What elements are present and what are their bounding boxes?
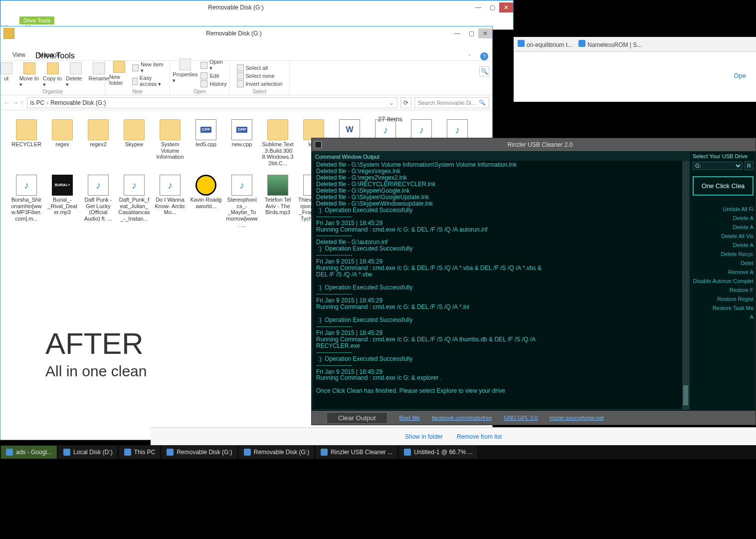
close-button[interactable]: ✕ (478, 28, 492, 38)
select-drive-label: Select Your USB Drive (693, 153, 754, 159)
edit-button[interactable]: Edit (200, 72, 226, 80)
file-label: System Volume Information (154, 141, 186, 160)
file-item[interactable]: Do I Wanna Know- Arctic Mo... (154, 175, 186, 228)
rinzler-action-link[interactable]: Restore F (693, 285, 754, 294)
file-item[interactable]: regex (46, 119, 78, 173)
file-item[interactable]: Burial_-_Rival_Dealer.mp3 (46, 175, 78, 228)
file-item[interactable]: Kavin Roadg aworld... (190, 175, 222, 228)
rinzler-action-link[interactable]: Remove A (693, 268, 754, 276)
img-icon (267, 175, 288, 196)
rinzler-action-link[interactable]: Delete A (693, 223, 754, 232)
group-label: New (132, 89, 142, 94)
file-item[interactable]: Daft Punk - Get Lucky (Official Audio) f… (82, 175, 114, 228)
rinzler-action-link[interactable]: A (693, 312, 754, 321)
file-item[interactable]: RECYCLER (10, 119, 42, 173)
folder-icon (88, 119, 109, 140)
rinzler-action-link[interactable]: Delete All Vis (693, 232, 754, 241)
taskbar-item[interactable]: Untitled-1 @ 66.7% ... (399, 446, 478, 459)
rinzler-action-link[interactable]: Restore Regist (693, 294, 754, 303)
mp3-icon (16, 175, 37, 196)
file-item[interactable]: Telefon Tel Aviv - The Birds.mp3 (262, 175, 294, 228)
command-output[interactable]: Deleted file - G:\System Volume Informat… (313, 161, 689, 409)
history-button[interactable]: History (200, 80, 226, 88)
beer-me-link[interactable]: Beer Me (399, 415, 420, 421)
scrollbar[interactable] (682, 161, 689, 409)
refresh-button[interactable]: ⟳ (400, 97, 411, 108)
close-button[interactable]: ✕ (499, 2, 513, 12)
nav-forward-icon[interactable]: → (12, 99, 18, 106)
open-link[interactable]: Ope (734, 72, 746, 79)
clear-output-button[interactable]: Clear Output (327, 412, 387, 424)
file-item[interactable]: led5.cpp (190, 119, 222, 173)
drive-tools-context-tab[interactable]: Drive Tools (28, 40, 75, 60)
sourceforge-link[interactable]: rinzler.sourceforge.net (550, 415, 604, 421)
drive-select[interactable]: G: (693, 162, 743, 170)
browser-tab[interactable]: NamelessROM | S... (578, 40, 642, 48)
rinzler-action-link[interactable]: Delete A (693, 214, 754, 223)
taskbar-item[interactable]: ads - Googl... (1, 446, 57, 459)
copy-to-button[interactable]: Copy to ▾ (43, 62, 63, 88)
easy-access-button[interactable]: Easy access ▾ (132, 74, 166, 88)
gpl-link[interactable]: GNU GPL 3.0 (504, 415, 538, 421)
file-item[interactable]: Borsha_Shironamhin[www.MP3Fiber.com].m..… (10, 175, 42, 228)
file-item[interactable]: Skypee (118, 119, 150, 173)
breadcrumb-pc[interactable]: is PC (30, 99, 45, 106)
new-item-button[interactable]: New item ▾ (132, 61, 166, 74)
move-to-button[interactable]: Move to ▾ (19, 62, 40, 88)
drive-tools-tab[interactable]: Drive Tools (19, 16, 54, 24)
file-item[interactable]: Daft_Punk_feat_Julian_Casablancas_-_Inst… (118, 175, 150, 228)
one-click-clean-button[interactable]: One Click Clea (693, 176, 754, 196)
rinzler-action-link[interactable]: Delet (693, 259, 754, 268)
file-item[interactable]: System Volume Information (154, 119, 186, 173)
scrollbar-thumb[interactable] (683, 385, 688, 405)
facebook-link[interactable]: facebook.com/rinzlerfree (432, 415, 492, 421)
file-item[interactable]: regex2 (82, 119, 114, 173)
maximize-button[interactable]: ▢ (485, 2, 499, 12)
ribbon-collapse-icon[interactable]: ˄ (468, 54, 471, 60)
remove-from-list-link[interactable]: Remove from list (457, 433, 502, 440)
maximize-button[interactable]: ▢ (464, 28, 478, 38)
search-input[interactable]: Search Removable Di... 🔍 (414, 97, 489, 108)
taskbar-item[interactable]: Removable Disk (G:) (239, 446, 315, 459)
rinzler-action-link[interactable]: Delete Recyc (693, 250, 754, 259)
cut-button[interactable]: ut (0, 62, 16, 81)
breadcrumb-dropdown-icon[interactable]: ⌄ (389, 99, 394, 106)
file-item[interactable]: new.cpp (226, 119, 258, 173)
address-bar: ← → ↑ is PC › Removable Disk (G:) ⌄ ⟳ Se… (0, 95, 492, 110)
taskbar-item[interactable]: Local Disk (D:) (58, 446, 118, 459)
select-none-button[interactable]: Select none (237, 72, 283, 80)
refresh-drives-button[interactable]: R (745, 161, 754, 170)
minimize-button[interactable]: — (471, 2, 485, 12)
breadcrumb-drive[interactable]: Removable Disk (G:) (50, 99, 106, 106)
help-icon[interactable]: ? (480, 52, 488, 60)
file-item[interactable]: Sublime.Text.3.Build.3008.Windows.32bit.… (262, 119, 294, 173)
file-item[interactable]: Stereophonics_-_Maybe_Tomorrow[www. ... (226, 175, 258, 228)
taskbar-item[interactable]: Removable Disk (G:) (162, 446, 237, 459)
explorer-icon (244, 449, 251, 456)
nav-up-icon[interactable]: ↑ (20, 99, 24, 106)
tab-view[interactable]: View (7, 49, 30, 60)
browser-tab[interactable]: on-equilibrium t... (518, 40, 572, 48)
new-folder-button[interactable]: New folder (109, 61, 129, 86)
delete-button[interactable]: Delete ▾ (66, 62, 86, 88)
minimize-button[interactable]: — (450, 28, 464, 38)
folder-icon (16, 119, 37, 140)
mp3-icon (411, 119, 432, 140)
invert-selection-button[interactable]: Invert selection (237, 80, 283, 88)
rinzler-footer: Clear Output Beer Me facebook.com/rinzle… (312, 411, 756, 425)
taskbar-item[interactable]: This PC (119, 446, 161, 459)
show-in-folder-link[interactable]: Show in folder (405, 433, 443, 440)
open-button[interactable]: Open ▾ (200, 58, 226, 72)
search-ribbon-icon[interactable]: 🔍 (479, 66, 489, 76)
rinzler-action-link[interactable]: Disable Autorun Complet (693, 276, 754, 285)
nav-back-icon[interactable]: ← (3, 99, 10, 106)
explorer-icon (63, 449, 70, 456)
rinzler-action-link[interactable]: Unhide All Fi (693, 205, 754, 214)
select-all-button[interactable]: Select all (237, 64, 283, 72)
rinzler-action-link[interactable]: Delete A (693, 241, 754, 250)
taskbar-item[interactable]: Rinzler USB Cleaner ... (316, 446, 398, 459)
breadcrumb[interactable]: is PC › Removable Disk (G:) ⌄ (27, 97, 398, 108)
rinzler-action-link[interactable]: Restore Task Ma (693, 303, 754, 312)
yellowc-icon (195, 175, 216, 196)
properties-button[interactable]: Properties ▾ (173, 58, 197, 84)
